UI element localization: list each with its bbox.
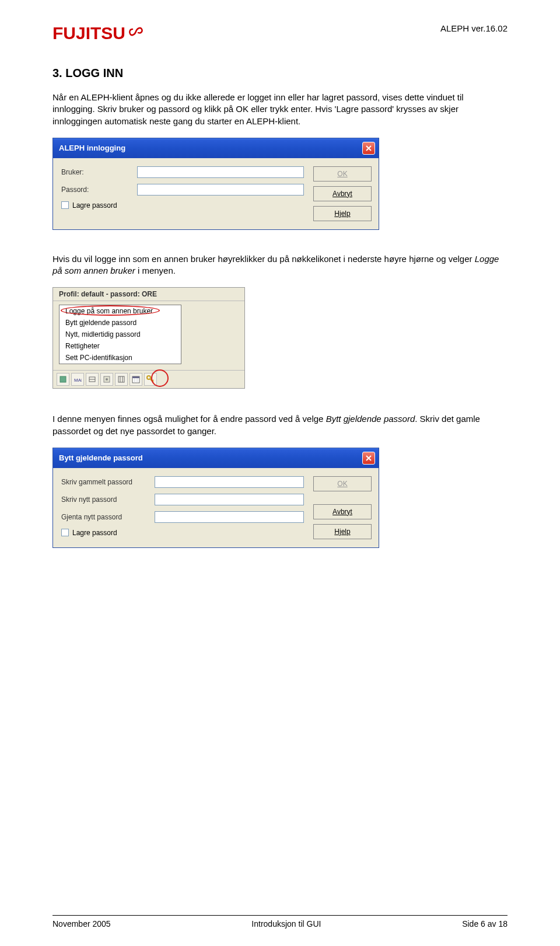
menu-item-pc-id[interactable]: Sett PC-identifikasjon xyxy=(60,352,181,364)
fujitsu-logo: FUJITSU xyxy=(52,23,144,43)
old-password-input[interactable] xyxy=(155,476,304,488)
intro-paragraph: Når en ALEPH-klient åpnes og du ikke all… xyxy=(52,92,508,127)
svg-line-15 xyxy=(152,380,153,381)
toolbar-icon-4[interactable] xyxy=(100,373,113,386)
svg-rect-6 xyxy=(118,376,124,382)
close-button[interactable] xyxy=(362,452,375,465)
svg-text:MARC: MARC xyxy=(74,378,82,383)
section-heading: 3. LOGG INN xyxy=(52,67,508,80)
help-button[interactable]: Hjelp xyxy=(313,524,372,539)
cancel-button[interactable]: Avbryt xyxy=(313,504,372,519)
context-paragraph: Hvis du vil logge inn som en annen bruke… xyxy=(52,253,508,277)
help-button[interactable]: Hjelp xyxy=(313,206,372,221)
infinity-icon xyxy=(128,23,144,40)
version-text: ALEPH ver.16.02 xyxy=(440,23,508,33)
save-password-label: Lagre passord xyxy=(72,201,117,210)
close-button[interactable] xyxy=(362,142,375,155)
toolbar-icon-1[interactable] xyxy=(57,373,69,386)
svg-point-5 xyxy=(106,378,108,381)
dialog-title: Bytt gjeldende passord xyxy=(59,453,143,462)
page-footer: November 2005 Introduksjon til GUI Side … xyxy=(52,915,508,928)
menu-item-login-other[interactable]: Logge på som annen bruker xyxy=(60,305,181,317)
menu-item-rights[interactable]: Rettigheter xyxy=(60,340,181,352)
repeat-password-label: Gjenta nytt passord xyxy=(61,513,155,521)
save-password-checkbox[interactable] xyxy=(61,529,69,536)
save-password-label: Lagre passord xyxy=(72,529,117,537)
repeat-password-input[interactable] xyxy=(155,511,304,523)
new-password-label: Skriv nytt passord xyxy=(61,495,155,504)
toolbar-icon-5[interactable] xyxy=(115,373,128,386)
password-input[interactable] xyxy=(137,184,304,196)
page-header: FUJITSU ALEPH ver.16.02 xyxy=(52,23,508,43)
dialog-titlebar: Bytt gjeldende passord xyxy=(53,448,379,468)
menu-item-temp-password[interactable]: Nytt, midlertidig passord xyxy=(60,329,181,340)
toolbar-strip: MARC xyxy=(53,370,244,388)
svg-rect-0 xyxy=(60,376,66,382)
toolbar-icon-3[interactable] xyxy=(86,373,99,386)
login-dialog: ALEPH innlogging Bruker: Passord: Lagre … xyxy=(52,138,379,230)
save-password-checkbox[interactable] xyxy=(61,201,69,209)
password-label: Passord: xyxy=(61,186,137,194)
context-menu: Logge på som annen bruker Bytt gjeldende… xyxy=(59,305,181,364)
change-password-dialog: Bytt gjeldende passord Skriv gammelt pas… xyxy=(52,448,379,548)
calendar-icon[interactable] xyxy=(130,373,142,386)
menu-item-change-password[interactable]: Bytt gjeldende passord xyxy=(60,317,181,329)
toolbar-icon-2[interactable]: MARC xyxy=(71,373,84,386)
new-password-input[interactable] xyxy=(155,494,304,505)
cancel-button[interactable]: Avbryt xyxy=(313,186,372,201)
svg-rect-10 xyxy=(132,376,139,378)
key-icon[interactable] xyxy=(144,373,157,386)
dialog-title: ALEPH innlogging xyxy=(59,144,125,152)
change-password-paragraph: I denne menyen finnes også mulighet for … xyxy=(52,413,508,437)
context-menu-screenshot: Profil: default - passord: ORE Logge på … xyxy=(52,287,245,389)
dialog-titlebar: ALEPH innlogging xyxy=(53,138,379,158)
ok-button[interactable]: OK xyxy=(313,476,372,491)
logo-text: FUJITSU xyxy=(52,23,125,43)
user-input[interactable] xyxy=(137,166,304,178)
footer-left: November 2005 xyxy=(52,919,111,928)
footer-right: Side 6 av 18 xyxy=(462,919,508,928)
footer-center: Introduksjon til GUI xyxy=(251,919,321,928)
ok-button[interactable]: OK xyxy=(313,166,372,181)
profile-row: Profil: default - passord: ORE xyxy=(53,288,244,301)
user-label: Bruker: xyxy=(61,168,137,176)
old-password-label: Skriv gammelt passord xyxy=(61,478,155,486)
